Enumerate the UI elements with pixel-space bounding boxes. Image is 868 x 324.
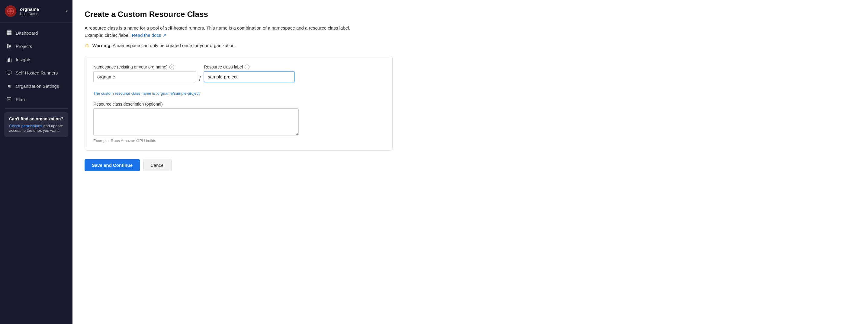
svg-rect-15 (9, 58, 10, 62)
warning-box: ⚠ Warning. A namespace can only be creat… (85, 42, 856, 48)
sidebar-item-insights-label: Insights (16, 57, 31, 62)
org-name: orgname (20, 7, 39, 12)
description-textarea[interactable] (93, 108, 299, 136)
resource-label-input[interactable] (204, 71, 294, 82)
description-hint: Example: Runs Amazon GPU builds (93, 139, 384, 143)
dashboard-icon (6, 30, 12, 36)
sidebar-item-organization-settings[interactable]: Organization Settings (0, 79, 72, 93)
org-avatar (5, 5, 16, 17)
description-body: A resource class is a name for a pool of… (85, 25, 350, 38)
page-title: Create a Custom Resource Class (85, 10, 856, 19)
resource-label-label: Resource class label i (204, 65, 294, 69)
svg-rect-12 (9, 48, 10, 48)
org-user: User Name (20, 12, 39, 16)
svg-rect-16 (10, 59, 11, 62)
field-separator: / (196, 72, 204, 85)
check-permissions-link[interactable]: Check permissions (9, 124, 42, 128)
cant-find-box: Can't find an organization? Check permis… (4, 112, 68, 137)
settings-icon (6, 83, 12, 89)
sidebar-item-plan[interactable]: Plan (0, 93, 72, 106)
chevron-down-icon: ▾ (66, 9, 68, 13)
button-row: Save and Continue Cancel (85, 159, 856, 171)
sidebar-item-projects-label: Projects (16, 44, 32, 49)
form-card: Namespace (existing or your org name) i … (85, 56, 393, 150)
svg-rect-10 (9, 45, 11, 46)
namespace-resource-row: Namespace (existing or your org name) i … (93, 65, 384, 85)
cant-find-title: Can't find an organization? (9, 116, 63, 121)
resource-label-info-icon[interactable]: i (245, 65, 249, 69)
description-text: A resource class is a name for a pool of… (85, 25, 356, 39)
sidebar-item-dashboard-label: Dashboard (16, 31, 38, 36)
org-switcher[interactable]: orgname User Name ▾ (0, 0, 72, 23)
description-label: Resource class description (optional) (93, 102, 384, 107)
sidebar-item-self-hosted-runners-label: Self-Hosted Runners (16, 70, 58, 75)
sidebar-item-organization-settings-label: Organization Settings (16, 83, 59, 89)
svg-rect-17 (7, 71, 11, 74)
resource-name-preview: The custom resource class name is :orgna… (93, 91, 384, 96)
svg-rect-7 (7, 33, 9, 35)
svg-rect-5 (7, 31, 9, 33)
cancel-button[interactable]: Cancel (144, 159, 172, 171)
sidebar: orgname User Name ▾ Dashboard Projects I… (0, 0, 72, 324)
svg-rect-14 (8, 58, 9, 62)
insights-icon (6, 57, 12, 63)
svg-rect-9 (7, 44, 8, 48)
svg-rect-11 (9, 46, 11, 47)
sidebar-divider (5, 108, 68, 109)
preview-value: orgname/sample-project (157, 91, 199, 96)
svg-rect-13 (7, 60, 7, 62)
sidebar-item-dashboard[interactable]: Dashboard (0, 26, 72, 39)
svg-rect-19 (8, 74, 10, 74)
svg-rect-4 (10, 8, 11, 14)
namespace-field-group: Namespace (existing or your org name) i (93, 65, 196, 82)
namespace-input[interactable] (93, 71, 196, 82)
org-info: orgname User Name (20, 7, 39, 16)
main-content: Create a Custom Resource Class A resourc… (72, 0, 868, 324)
svg-rect-6 (9, 31, 11, 33)
read-docs-link[interactable]: Read the docs ↗ (132, 33, 166, 38)
sidebar-item-insights[interactable]: Insights (0, 53, 72, 66)
cant-find-body: Check permissions and update access to t… (9, 124, 63, 133)
svg-rect-8 (9, 33, 11, 35)
projects-icon (6, 43, 12, 49)
resource-label-field-group: Resource class label i (204, 65, 294, 82)
warning-icon: ⚠ (85, 42, 89, 48)
warning-text: Warning. A namespace can only be created… (92, 43, 236, 48)
namespace-info-icon[interactable]: i (169, 65, 174, 69)
save-continue-button[interactable]: Save and Continue (85, 159, 140, 171)
sidebar-item-projects[interactable]: Projects (0, 39, 72, 53)
plan-icon (6, 96, 12, 102)
sidebar-item-self-hosted-runners[interactable]: Self-Hosted Runners (0, 66, 72, 79)
namespace-label: Namespace (existing or your org name) i (93, 65, 196, 69)
description-field-group: Resource class description (optional) Ex… (93, 102, 384, 143)
sidebar-item-plan-label: Plan (16, 97, 25, 102)
svg-rect-18 (8, 74, 10, 75)
sidebar-nav: Dashboard Projects Insights Self-Hosted … (0, 23, 72, 324)
runners-icon (6, 70, 12, 76)
